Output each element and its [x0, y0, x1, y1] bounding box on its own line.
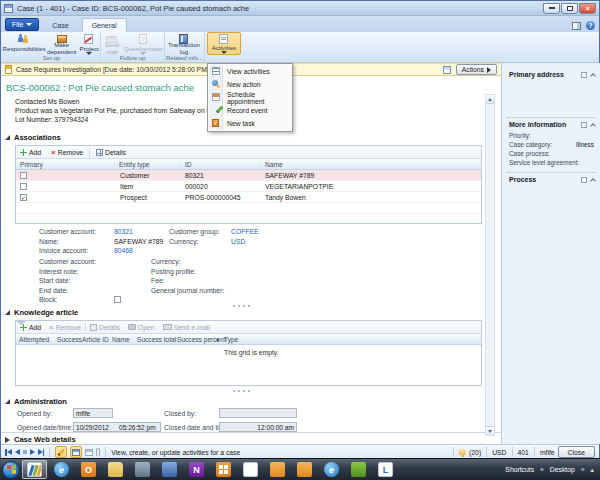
administration-section-header[interactable]: Administration: [5, 397, 67, 406]
field-posting-profile: Posting profile:: [151, 267, 196, 276]
log-icon[interactable]: [443, 66, 451, 74]
opened-datetime-label: Opened date/time:: [17, 423, 73, 432]
start-button[interactable]: [2, 461, 20, 479]
statusbar-company[interactable]: 401: [518, 449, 529, 456]
taskbar-app-grid[interactable]: [211, 460, 236, 479]
taskbar-expand-icon[interactable]: ▴: [591, 466, 594, 474]
tab-case[interactable]: Case: [43, 18, 77, 32]
nav-first-button[interactable]: [5, 449, 12, 456]
factbox-pane: Primary address More information Priorit…: [501, 63, 600, 444]
taskbar-internet-explorer[interactable]: e: [49, 460, 74, 479]
nav-last-button[interactable]: [38, 449, 45, 456]
project-button[interactable]: Project: [78, 32, 100, 55]
taskbar-desktop-toolbar[interactable]: Desktop: [550, 466, 575, 473]
menu-item-new-action[interactable]: New action: [209, 78, 291, 91]
opened-datetime-field[interactable]: 10/29/2012 05:26:52 pm: [73, 422, 161, 432]
taskbar-onenote[interactable]: N: [184, 460, 209, 479]
scroll-down-button[interactable]: [486, 426, 494, 435]
primary-address-header[interactable]: Primary address: [509, 71, 595, 78]
actions-button[interactable]: Actions: [456, 64, 497, 75]
chevron-double-icon[interactable]: »: [581, 466, 585, 473]
taskbar-document[interactable]: [238, 460, 263, 479]
statusbar-currency[interactable]: USD: [492, 449, 506, 456]
currency-link[interactable]: USD: [231, 238, 245, 245]
taskbar-outlook[interactable]: O: [76, 460, 101, 479]
grid-header-row[interactable]: Attempted Success Article ID Name Succes…: [16, 334, 481, 345]
primary-checkbox[interactable]: [20, 183, 27, 190]
close-button[interactable]: Close: [558, 446, 595, 458]
taskbar-explorer[interactable]: [103, 460, 128, 479]
taskbar-crm[interactable]: [157, 460, 182, 479]
edit-mode-button[interactable]: [55, 446, 67, 458]
factbox-menu-icon[interactable]: [581, 72, 587, 78]
customer-group-link[interactable]: COFFEE: [231, 228, 259, 235]
scroll-up-button[interactable]: [486, 95, 494, 104]
taskbar-shortcuts-toolbar[interactable]: Shortcuts: [505, 466, 534, 473]
process-header[interactable]: Process: [509, 176, 595, 183]
alerts-count[interactable]: (20): [469, 449, 481, 456]
previous-record-icon[interactable]: [15, 449, 20, 455]
splitter-handle[interactable]: [233, 305, 235, 307]
menu-item-new-task[interactable]: ✓ New task: [209, 117, 291, 130]
activities-button[interactable]: Activities: [207, 32, 241, 55]
sort-asc-icon[interactable]: ▲: [215, 336, 220, 342]
opened-by-field[interactable]: mfife: [73, 408, 113, 418]
alerts-bell-icon[interactable]: [459, 449, 466, 455]
menu-item-record-event[interactable]: Record event: [209, 104, 291, 117]
restore-button[interactable]: [561, 3, 578, 14]
customer-account-link[interactable]: 80321: [114, 228, 133, 235]
attachment-icon[interactable]: [96, 448, 100, 456]
block-checkbox[interactable]: [114, 296, 121, 303]
case-web-details-section-header[interactable]: Case Web details: [5, 435, 76, 444]
association-row-empty[interactable]: [16, 214, 481, 225]
taskbar-contacts[interactable]: [130, 460, 155, 479]
taskbar-communicator[interactable]: [346, 460, 371, 479]
grid-header-row[interactable]: Primary Entity type ID Name: [16, 159, 481, 170]
responsibilities-button[interactable]: Responsibilities: [3, 32, 45, 55]
associations-section-header[interactable]: Associations: [5, 133, 61, 142]
details-button[interactable]: Details: [96, 149, 126, 156]
transaction-log-button[interactable]: Transaction log: [165, 32, 203, 55]
make-dependent-button[interactable]: Make dependent: [45, 32, 78, 55]
close-window-button[interactable]: ×: [579, 3, 596, 14]
taskbar-lync[interactable]: L: [373, 460, 398, 479]
menu-item-view-activities[interactable]: View activities: [209, 65, 291, 78]
chevron-up-icon[interactable]: [590, 73, 596, 79]
closed-by-field[interactable]: [219, 408, 297, 418]
menu-item-schedule-appointment[interactable]: Schedule appointment: [209, 91, 291, 104]
file-tab[interactable]: File: [5, 18, 39, 31]
taskbar-ie-2[interactable]: e: [319, 460, 344, 479]
help-icon[interactable]: ?: [586, 21, 595, 30]
chevron-up-icon[interactable]: [590, 123, 596, 129]
add-button[interactable]: Add: [20, 149, 41, 156]
details-view-icon[interactable]: [85, 449, 93, 456]
remove-button[interactable]: ×Remove: [51, 149, 83, 156]
taskbar-people-1[interactable]: [265, 460, 290, 479]
association-row[interactable]: Item 000020 VEGETARIANPOTPIE: [16, 181, 481, 192]
more-information-header[interactable]: More information: [509, 121, 595, 128]
primary-checkbox[interactable]: ✓: [20, 194, 27, 201]
association-row-empty[interactable]: [16, 203, 481, 214]
invoice-account-link[interactable]: 80468: [114, 247, 133, 254]
next-record-icon[interactable]: [30, 449, 35, 455]
taskbar-dynamics-ax[interactable]: [22, 460, 47, 479]
layout-icon[interactable]: [572, 22, 581, 30]
statusbar-user[interactable]: mfife: [540, 449, 555, 456]
title-bar[interactable]: Case (1 - 401) - Case ID: BCS-000062, Po…: [1, 1, 599, 16]
primary-checkbox[interactable]: [20, 172, 27, 179]
factbox-menu-icon[interactable]: [581, 122, 587, 128]
association-row[interactable]: Customer 80321 SAFEWAY #789: [16, 170, 481, 181]
stop-icon[interactable]: [23, 450, 27, 454]
chevron-up-icon[interactable]: [590, 178, 596, 184]
vertical-scrollbar[interactable]: [485, 94, 495, 436]
closed-datetime-field[interactable]: 12:00:00 am: [219, 422, 297, 432]
knowledge-article-section-header[interactable]: Knowledge article: [5, 308, 78, 317]
factbox-menu-icon[interactable]: [581, 177, 587, 183]
taskbar-people-2[interactable]: [292, 460, 317, 479]
grid-view-button[interactable]: [70, 446, 82, 458]
splitter-handle[interactable]: [233, 390, 235, 392]
tab-general[interactable]: General: [82, 18, 127, 32]
association-row[interactable]: ✓ Prospect PROS-000000045 Tandy Bowen: [16, 192, 481, 203]
minimize-button[interactable]: [543, 3, 560, 14]
chevron-double-icon[interactable]: »: [540, 466, 544, 473]
